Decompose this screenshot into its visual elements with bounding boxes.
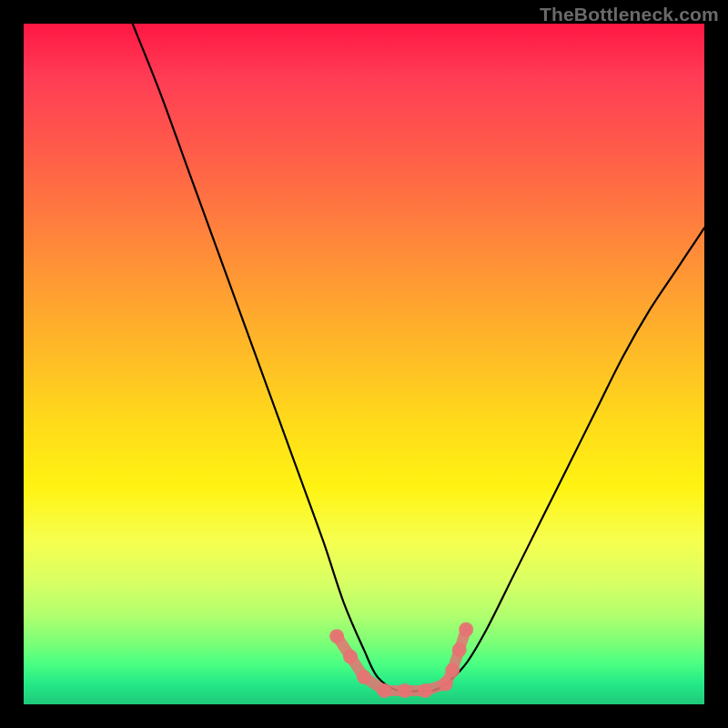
bottleneck-curve bbox=[133, 24, 704, 692]
highlight-trough bbox=[337, 630, 466, 691]
chart-frame: TheBottleneck.com bbox=[0, 0, 728, 728]
chart-plot-area bbox=[24, 24, 704, 704]
chart-svg bbox=[24, 24, 704, 704]
watermark-text: TheBottleneck.com bbox=[540, 4, 719, 25]
